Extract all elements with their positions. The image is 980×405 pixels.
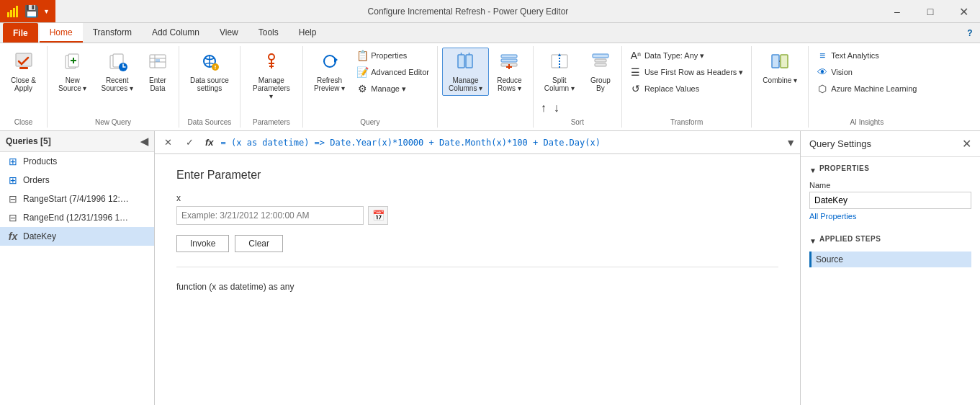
properties-section: ▼ PROPERTIES Name All Properties (801, 157, 980, 228)
formula-expand-button[interactable]: ▼ (786, 137, 796, 148)
group-by-button[interactable]: GroupBy (584, 48, 617, 96)
all-properties-link[interactable]: All Properties (809, 212, 971, 221)
properties-collapse-icon[interactable]: ▼ (809, 166, 817, 174)
svg-point-22 (215, 68, 216, 69)
settings-close-button[interactable]: ✕ (962, 137, 971, 151)
data-type-icon: Aⁿ (630, 50, 642, 61)
properties-button[interactable]: 📋 Properties (353, 48, 433, 63)
tab-home[interactable]: Home (40, 23, 83, 43)
properties-section-title: PROPERTIES (819, 164, 869, 172)
replace-values-button[interactable]: ↺ Replace Values (626, 81, 747, 97)
query-item-rangestart[interactable]: ⊟RangeStart (7/4/1996 12:… (0, 190, 154, 208)
recent-sources-icon (107, 51, 127, 74)
query-item-orders[interactable]: ⊞Orders (0, 171, 154, 190)
data-type-button[interactable]: Aⁿ Data Type: Any ▾ (626, 48, 747, 63)
step-item-label: Source (816, 254, 843, 264)
azure-ml-icon: ⬡ (817, 83, 828, 94)
help-button[interactable]: ? (960, 23, 980, 43)
tab-file[interactable]: File (3, 23, 38, 43)
formula-confirm-button[interactable]: ✓ (181, 134, 198, 151)
use-first-row-icon: ☰ (630, 66, 642, 78)
group-by-icon (590, 51, 611, 74)
name-field-label: Name (809, 181, 971, 190)
properties-icon: 📋 (356, 50, 368, 61)
minimize-button[interactable]: – (881, 0, 914, 23)
vision-button[interactable]: 👁 Vision (813, 64, 920, 80)
group-by-label: GroupBy (590, 76, 611, 92)
step-item-source[interactable]: Source (809, 252, 971, 267)
manage-parameters-button[interactable]: ManageParameters ▾ (245, 48, 298, 104)
settings-panel: Query Settings ✕ ▼ PROPERTIES Name All P… (800, 131, 980, 405)
svg-rect-43 (772, 55, 779, 68)
manage-columns-icon (456, 51, 476, 74)
save-icon[interactable]: 💾 (24, 4, 39, 18)
svg-rect-41 (595, 59, 606, 62)
applied-steps-collapse-icon[interactable]: ▼ (809, 237, 817, 245)
svg-rect-29 (466, 55, 472, 68)
query-item-datekey[interactable]: fxDateKey (0, 227, 154, 246)
combine-button[interactable]: Combine ▾ (756, 48, 804, 88)
recent-sources-button[interactable]: RecentSources ▾ (94, 48, 139, 96)
new-source-icon (63, 51, 83, 74)
param-input-row: 📅 (176, 206, 778, 225)
azure-ml-button[interactable]: ⬡ Azure Machine Learning (813, 81, 920, 97)
formula-cancel-button[interactable]: ✕ (159, 134, 176, 151)
param-input-field[interactable] (176, 206, 364, 225)
window-close-button[interactable]: ✕ (947, 0, 980, 23)
query-item-icon: ⊞ (7, 156, 19, 167)
invoke-button[interactable]: Invoke (176, 235, 229, 252)
sort-group-label: Sort (538, 116, 617, 128)
query-item-label: RangeStart (7/4/1996 12:… (23, 194, 129, 204)
manage-icon: ⚙ (356, 83, 368, 94)
query-item-rangeend[interactable]: ⊟RangeEnd (12/31/1996 1… (0, 208, 154, 227)
advanced-editor-button[interactable]: 📝 Advanced Editor (353, 64, 433, 80)
manage-button[interactable]: ⚙ Manage ▾ (353, 81, 433, 97)
query-group-label: Query (307, 116, 433, 128)
new-source-label: NewSource ▾ (58, 76, 86, 92)
tab-help[interactable]: Help (289, 23, 327, 43)
svg-rect-1 (10, 10, 12, 17)
tab-tools[interactable]: Tools (248, 23, 289, 43)
use-first-row-button[interactable]: ☰ Use First Row as Headers ▾ (626, 64, 747, 80)
calendar-button[interactable]: 📅 (368, 206, 388, 225)
reduce-rows-button[interactable]: ReduceRows ▾ (490, 48, 528, 96)
tab-transform[interactable]: Transform (83, 23, 142, 43)
enter-data-button[interactable]: EnterData (141, 48, 174, 96)
steps-list: Source (809, 252, 971, 267)
query-item-label: RangeEnd (12/31/1996 1… (23, 213, 128, 223)
refresh-preview-button[interactable]: RefreshPreview ▾ (307, 48, 351, 96)
transform-group-label: Transform (626, 116, 747, 128)
sort-asc-button[interactable]: ↑ (538, 100, 549, 116)
data-source-settings-label: Data sourcesettings (190, 76, 229, 92)
clear-button[interactable]: Clear (235, 235, 283, 252)
tab-add-column[interactable]: Add Column (142, 23, 210, 43)
tab-view[interactable]: View (210, 23, 248, 43)
query-item-products[interactable]: ⊞Products (0, 152, 154, 171)
combine-group-label (756, 124, 804, 128)
formula-input[interactable] (221, 138, 782, 148)
text-analytics-button[interactable]: ≡ Text Analytics (813, 48, 920, 63)
manage-columns-button[interactable]: ManageColumns ▾ (442, 48, 489, 96)
refresh-preview-label: RefreshPreview ▾ (314, 76, 345, 92)
maximize-button[interactable]: □ (914, 0, 947, 23)
window-chrome-left: 💾 ▼ (0, 0, 55, 22)
enter-data-label: EnterData (149, 76, 166, 92)
close-apply-button[interactable]: Close &Apply (4, 48, 42, 96)
ribbon-group-ai-insights: ≡ Text Analytics 👁 Vision ⬡ Azure Machin… (809, 46, 925, 128)
data-source-settings-button[interactable]: Data sourcesettings (184, 48, 235, 96)
param-x-label: x (176, 193, 778, 203)
quick-access-dropdown[interactable]: ▼ (43, 8, 50, 15)
svg-rect-17 (156, 59, 160, 62)
svg-rect-3 (16, 6, 18, 17)
sort-desc-button[interactable]: ↓ (551, 100, 562, 116)
collapse-queries-button[interactable]: ◀ (140, 135, 148, 147)
ribbon-tabs: File Home Transform Add Column View Tool… (0, 23, 980, 43)
content-area: ✕ ✓ fx ▼ Enter Parameter x 📅 Invoke Clea… (155, 131, 800, 405)
title-bar: 💾 ▼ Configure Incremental Refresh - Powe… (0, 0, 980, 23)
main-area: Queries [5] ◀ ⊞Products⊞Orders⊟RangeStar… (0, 131, 980, 405)
svg-point-23 (269, 54, 274, 60)
name-field-input[interactable] (809, 192, 971, 209)
recent-sources-label: RecentSources ▾ (101, 76, 132, 92)
split-column-button[interactable]: SplitColumn ▾ (538, 48, 581, 96)
new-source-button[interactable]: NewSource ▾ (52, 48, 93, 96)
